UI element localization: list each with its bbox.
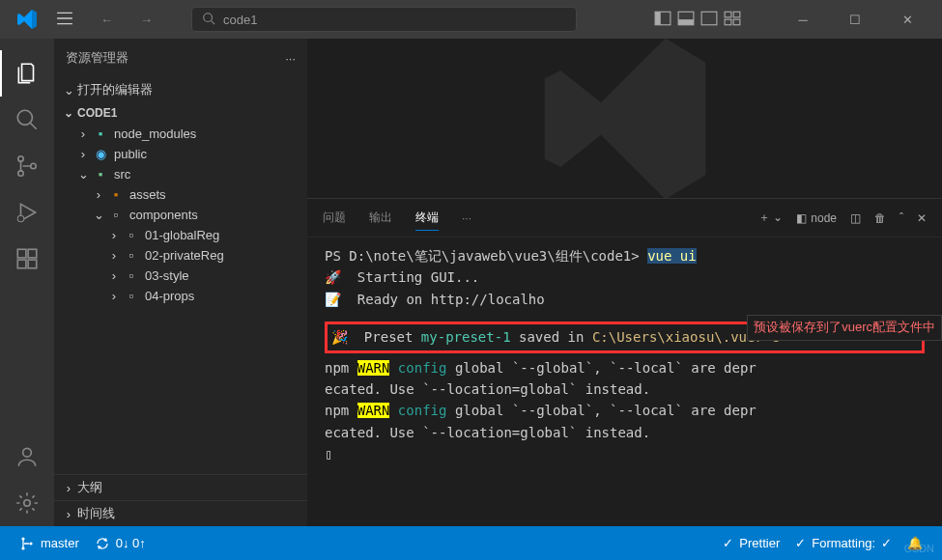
tab-more[interactable]: ··· bbox=[462, 208, 471, 229]
new-terminal-button[interactable]: ＋ ⌄ bbox=[758, 210, 783, 226]
chevron-right-icon: › bbox=[106, 268, 122, 283]
svg-point-19 bbox=[23, 448, 32, 457]
tree-item-public[interactable]: › ◉ public bbox=[60, 144, 307, 164]
tree-item-04[interactable]: › ▫ 04-props bbox=[60, 286, 307, 306]
activity-accounts[interactable] bbox=[0, 434, 54, 480]
folder-icon: ▫ bbox=[122, 268, 141, 283]
maximize-button[interactable]: ☐ bbox=[836, 5, 874, 34]
svg-point-10 bbox=[17, 110, 32, 125]
svg-rect-7 bbox=[733, 12, 740, 17]
status-formatting[interactable]: ✓ Formatting: ✓ bbox=[787, 536, 899, 550]
svg-rect-17 bbox=[17, 260, 26, 268]
minimize-button[interactable]: ─ bbox=[784, 5, 822, 34]
svg-point-12 bbox=[18, 171, 23, 176]
terminal[interactable]: PS D:\note\笔记\javaweb\vue3\组件\code1> vue… bbox=[307, 238, 942, 526]
chevron-right-icon: › bbox=[106, 228, 122, 242]
activity-extensions[interactable] bbox=[0, 236, 54, 282]
chevron-right-icon: › bbox=[91, 187, 106, 202]
terminal-line: npm WARN config global `--global`, `--lo… bbox=[325, 400, 925, 421]
search-icon bbox=[202, 12, 215, 28]
tree-item-node-modules[interactable]: › ▪ node_modules bbox=[60, 124, 307, 144]
layout-grid-icon[interactable] bbox=[724, 10, 741, 30]
nav-forward-icon[interactable]: → bbox=[140, 13, 153, 27]
tab-problems[interactable]: 问题 bbox=[323, 206, 346, 230]
activity-explorer[interactable] bbox=[0, 50, 54, 97]
close-panel-icon[interactable]: ✕ bbox=[917, 211, 927, 225]
terminal-prompt: PS D:\note\笔记\javaweb\vue3\组件\code1> bbox=[325, 248, 640, 264]
svg-rect-9 bbox=[733, 19, 740, 25]
folder-icon: ▫ bbox=[122, 289, 141, 303]
titlebar-right: ─ ☐ ✕ bbox=[654, 5, 927, 34]
maximize-panel-icon[interactable]: ˆ bbox=[899, 211, 903, 225]
activity-settings[interactable] bbox=[0, 480, 54, 526]
terminal-panel: 问题 输出 终端 ··· ＋ ⌄ ◧ node ◫ 🗑 ˆ ✕ PS D:\no… bbox=[307, 198, 942, 526]
status-prettier[interactable]: ✓ Prettier bbox=[715, 536, 787, 550]
kill-terminal-icon[interactable]: 🗑 bbox=[874, 211, 886, 225]
activity-bar bbox=[0, 39, 54, 526]
activity-search[interactable] bbox=[0, 97, 54, 143]
sidebar-title: 资源管理器 bbox=[66, 49, 128, 67]
svg-rect-6 bbox=[725, 12, 731, 17]
nav-back-icon[interactable]: ← bbox=[100, 13, 113, 27]
panel-actions: ＋ ⌄ ◧ node ◫ 🗑 ˆ ✕ bbox=[758, 210, 927, 226]
svg-rect-18 bbox=[28, 260, 37, 268]
svg-point-0 bbox=[204, 13, 213, 21]
tree-item-03[interactable]: › ▫ 03-style bbox=[60, 266, 307, 286]
folder-icon: ▪ bbox=[91, 126, 110, 141]
activity-source-control[interactable] bbox=[0, 143, 54, 189]
svg-rect-15 bbox=[17, 249, 26, 258]
terminal-line: ecated. Use `--location=global` instead. bbox=[325, 422, 925, 443]
folder-icon: ▫ bbox=[122, 248, 141, 263]
layout-bottom-icon[interactable] bbox=[677, 10, 695, 30]
folder-icon: ▫ bbox=[122, 228, 141, 242]
terminal-profile[interactable]: ◧ node bbox=[796, 211, 837, 225]
status-bar: master 0↓ 0↑ ✓ Prettier ✓ Formatting: ✓ … bbox=[0, 526, 942, 560]
editor-empty bbox=[307, 39, 942, 198]
layout-right-icon[interactable] bbox=[700, 10, 718, 30]
tree-item-assets[interactable]: › ▪ assets bbox=[60, 184, 307, 205]
section-timeline[interactable]: › 时间线 bbox=[54, 500, 307, 526]
svg-rect-4 bbox=[678, 19, 694, 25]
tab-output[interactable]: 输出 bbox=[369, 206, 392, 230]
terminal-cursor: ▯ bbox=[325, 443, 925, 464]
svg-rect-16 bbox=[28, 249, 37, 258]
annotation-callout: 预设被保存到了vuerc配置文件中 bbox=[747, 315, 942, 341]
titlebar: ← → code1 ─ ☐ ✕ bbox=[0, 0, 942, 39]
layout-left-icon[interactable] bbox=[654, 10, 671, 30]
more-icon[interactable]: ··· bbox=[285, 51, 296, 66]
tab-terminal[interactable]: 终端 bbox=[415, 206, 439, 231]
chevron-right-icon: › bbox=[75, 147, 91, 161]
terminal-line: ecated. Use `--location=global` instead. bbox=[325, 378, 925, 400]
svg-rect-2 bbox=[655, 12, 661, 25]
svg-point-23 bbox=[29, 542, 32, 545]
folder-icon: ◉ bbox=[91, 147, 110, 161]
folder-icon: ▫ bbox=[106, 208, 126, 222]
terminal-line: npm WARN config global `--global`, `--lo… bbox=[325, 357, 925, 378]
status-branch[interactable]: master bbox=[12, 536, 87, 551]
command-center[interactable]: code1 bbox=[191, 7, 577, 32]
tree-item-01[interactable]: › ▫ 01-globalReg bbox=[60, 225, 307, 245]
section-project[interactable]: ⌄ CODE1 bbox=[54, 102, 307, 124]
nav-arrows: ← → bbox=[100, 13, 153, 27]
close-button[interactable]: ✕ bbox=[888, 5, 927, 34]
terminal-line: 📝 Ready on http://localho bbox=[325, 289, 925, 310]
terminal-line: 🚀 Starting GUI... bbox=[325, 266, 925, 288]
folder-icon: ▪ bbox=[106, 187, 126, 202]
split-terminal-icon[interactable]: ◫ bbox=[850, 211, 861, 225]
tree-item-components[interactable]: ⌄ ▫ components bbox=[60, 205, 307, 225]
activity-run-debug[interactable] bbox=[0, 189, 54, 236]
chevron-right-icon: › bbox=[106, 248, 122, 263]
svg-point-14 bbox=[17, 215, 24, 222]
main-area: 资源管理器 ··· ⌄ 打开的编辑器 ⌄ CODE1 › ▪ node_modu… bbox=[0, 39, 942, 526]
svg-point-20 bbox=[24, 500, 31, 507]
chevron-down-icon: ⌄ bbox=[75, 167, 91, 182]
section-open-editors[interactable]: ⌄ 打开的编辑器 bbox=[54, 77, 307, 102]
status-sync[interactable]: 0↓ 0↑ bbox=[87, 536, 154, 551]
tree-item-02[interactable]: › ▫ 02-privateReg bbox=[60, 245, 307, 266]
section-outline[interactable]: › 大纲 bbox=[54, 474, 307, 500]
tree-item-src[interactable]: ⌄ ▪ src bbox=[60, 164, 307, 184]
terminal-command: vue ui bbox=[647, 248, 697, 264]
menu-icon[interactable] bbox=[56, 10, 73, 30]
chevron-right-icon: › bbox=[75, 126, 91, 141]
folder-icon: ▪ bbox=[91, 167, 110, 182]
